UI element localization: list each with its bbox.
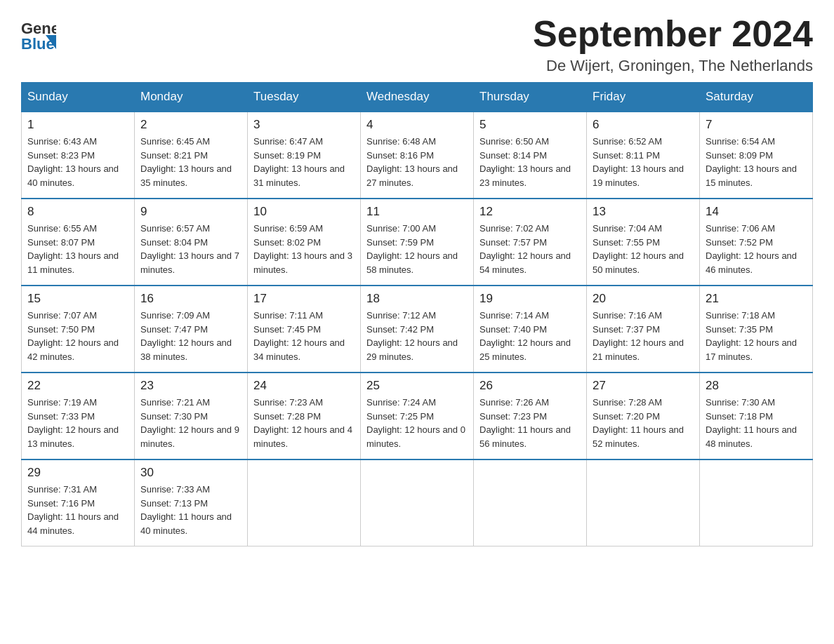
day-number: 18: [366, 292, 468, 306]
calendar-week-row: 22Sunrise: 7:19 AMSunset: 7:33 PMDayligh…: [22, 373, 813, 459]
day-number: 8: [27, 205, 128, 219]
calendar-cell: 25Sunrise: 7:24 AMSunset: 7:25 PMDayligh…: [361, 373, 474, 459]
day-info: Sunrise: 6:52 AMSunset: 8:11 PMDaylight:…: [593, 136, 684, 188]
calendar-cell: 20Sunrise: 7:16 AMSunset: 7:37 PMDayligh…: [587, 286, 700, 373]
svg-text:Blue: Blue: [21, 35, 55, 53]
day-number: 12: [479, 205, 581, 219]
day-number: 20: [593, 292, 694, 306]
day-info: Sunrise: 7:07 AMSunset: 7:50 PMDaylight:…: [27, 310, 119, 362]
day-info: Sunrise: 7:28 AMSunset: 7:20 PMDaylight:…: [593, 397, 684, 449]
calendar-week-row: 8Sunrise: 6:55 AMSunset: 8:07 PMDaylight…: [22, 199, 813, 286]
day-number: 23: [140, 379, 241, 393]
day-number: 5: [479, 118, 581, 132]
day-number: 16: [140, 292, 241, 306]
calendar-cell: 7Sunrise: 6:54 AMSunset: 8:09 PMDaylight…: [700, 112, 813, 199]
day-number: 29: [27, 466, 128, 480]
calendar-cell: 24Sunrise: 7:23 AMSunset: 7:28 PMDayligh…: [248, 373, 361, 459]
day-info: Sunrise: 7:21 AMSunset: 7:30 PMDaylight:…: [140, 397, 239, 449]
calendar-header-row: SundayMondayTuesdayWednesdayThursdayFrid…: [22, 83, 813, 112]
day-info: Sunrise: 6:57 AMSunset: 8:04 PMDaylight:…: [140, 223, 239, 275]
day-info: Sunrise: 7:06 AMSunset: 7:52 PMDaylight:…: [706, 223, 797, 275]
calendar-table: SundayMondayTuesdayWednesdayThursdayFrid…: [21, 82, 813, 546]
day-number: 24: [253, 379, 355, 393]
day-number: 9: [140, 205, 241, 219]
calendar-cell: 12Sunrise: 7:02 AMSunset: 7:57 PMDayligh…: [474, 199, 587, 286]
calendar-cell: 6Sunrise: 6:52 AMSunset: 8:11 PMDaylight…: [587, 112, 700, 199]
weekday-header-monday: Monday: [135, 83, 248, 112]
calendar-week-row: 29Sunrise: 7:31 AMSunset: 7:16 PMDayligh…: [22, 459, 813, 546]
calendar-week-row: 15Sunrise: 7:07 AMSunset: 7:50 PMDayligh…: [22, 286, 813, 373]
day-info: Sunrise: 7:23 AMSunset: 7:28 PMDaylight:…: [253, 397, 352, 449]
day-number: 30: [140, 466, 241, 480]
calendar-cell: 26Sunrise: 7:26 AMSunset: 7:23 PMDayligh…: [474, 373, 587, 459]
day-number: 15: [27, 292, 128, 306]
logo-icon: General Blue: [21, 14, 56, 53]
day-info: Sunrise: 6:48 AMSunset: 8:16 PMDaylight:…: [366, 136, 458, 188]
calendar-cell: 8Sunrise: 6:55 AMSunset: 8:07 PMDaylight…: [22, 199, 135, 286]
day-info: Sunrise: 7:31 AMSunset: 7:16 PMDaylight:…: [27, 484, 119, 536]
day-info: Sunrise: 6:50 AMSunset: 8:14 PMDaylight:…: [479, 136, 571, 188]
day-number: 4: [366, 118, 468, 132]
calendar-week-row: 1Sunrise: 6:43 AMSunset: 8:23 PMDaylight…: [22, 112, 813, 199]
calendar-cell: 1Sunrise: 6:43 AMSunset: 8:23 PMDaylight…: [22, 112, 135, 199]
day-info: Sunrise: 7:26 AMSunset: 7:23 PMDaylight:…: [479, 397, 571, 449]
calendar-cell: 16Sunrise: 7:09 AMSunset: 7:47 PMDayligh…: [135, 286, 248, 373]
calendar-cell: 29Sunrise: 7:31 AMSunset: 7:16 PMDayligh…: [22, 459, 135, 546]
calendar-cell: 14Sunrise: 7:06 AMSunset: 7:52 PMDayligh…: [700, 199, 813, 286]
day-info: Sunrise: 7:24 AMSunset: 7:25 PMDaylight:…: [366, 397, 465, 449]
calendar-cell: 15Sunrise: 7:07 AMSunset: 7:50 PMDayligh…: [22, 286, 135, 373]
day-info: Sunrise: 7:11 AMSunset: 7:45 PMDaylight:…: [253, 310, 345, 362]
calendar-cell: 4Sunrise: 6:48 AMSunset: 8:16 PMDaylight…: [361, 112, 474, 199]
calendar-cell: 9Sunrise: 6:57 AMSunset: 8:04 PMDaylight…: [135, 199, 248, 286]
day-number: 26: [479, 379, 581, 393]
day-info: Sunrise: 6:55 AMSunset: 8:07 PMDaylight:…: [27, 223, 119, 275]
day-info: Sunrise: 7:19 AMSunset: 7:33 PMDaylight:…: [27, 397, 119, 449]
calendar-cell: 19Sunrise: 7:14 AMSunset: 7:40 PMDayligh…: [474, 286, 587, 373]
weekday-header-saturday: Saturday: [700, 83, 813, 112]
day-number: 28: [706, 379, 807, 393]
weekday-header-friday: Friday: [587, 83, 700, 112]
day-info: Sunrise: 6:43 AMSunset: 8:23 PMDaylight:…: [27, 136, 119, 188]
calendar-cell: 22Sunrise: 7:19 AMSunset: 7:33 PMDayligh…: [22, 373, 135, 459]
weekday-header-wednesday: Wednesday: [361, 83, 474, 112]
calendar-cell: 10Sunrise: 6:59 AMSunset: 8:02 PMDayligh…: [248, 199, 361, 286]
day-number: 10: [253, 205, 355, 219]
day-info: Sunrise: 6:45 AMSunset: 8:21 PMDaylight:…: [140, 136, 232, 188]
day-info: Sunrise: 6:47 AMSunset: 8:19 PMDaylight:…: [253, 136, 345, 188]
day-info: Sunrise: 7:04 AMSunset: 7:55 PMDaylight:…: [593, 223, 684, 275]
calendar-cell: 30Sunrise: 7:33 AMSunset: 7:13 PMDayligh…: [135, 459, 248, 546]
calendar-cell: [587, 459, 700, 546]
logo: General Blue: [21, 14, 56, 53]
calendar-cell: 23Sunrise: 7:21 AMSunset: 7:30 PMDayligh…: [135, 373, 248, 459]
day-info: Sunrise: 7:09 AMSunset: 7:47 PMDaylight:…: [140, 310, 232, 362]
day-number: 17: [253, 292, 355, 306]
calendar-cell: 17Sunrise: 7:11 AMSunset: 7:45 PMDayligh…: [248, 286, 361, 373]
day-number: 11: [366, 205, 468, 219]
day-info: Sunrise: 7:33 AMSunset: 7:13 PMDaylight:…: [140, 484, 232, 536]
day-info: Sunrise: 6:54 AMSunset: 8:09 PMDaylight:…: [706, 136, 797, 188]
location-subtitle: De Wijert, Groningen, The Netherlands: [533, 57, 813, 75]
day-info: Sunrise: 7:14 AMSunset: 7:40 PMDaylight:…: [479, 310, 571, 362]
calendar-cell: 13Sunrise: 7:04 AMSunset: 7:55 PMDayligh…: [587, 199, 700, 286]
calendar-cell: 3Sunrise: 6:47 AMSunset: 8:19 PMDaylight…: [248, 112, 361, 199]
page-header: General Blue September 2024 De Wijert, G…: [21, 14, 813, 75]
calendar-cell: 21Sunrise: 7:18 AMSunset: 7:35 PMDayligh…: [700, 286, 813, 373]
day-number: 6: [593, 118, 694, 132]
day-number: 7: [706, 118, 807, 132]
day-number: 2: [140, 118, 241, 132]
day-number: 27: [593, 379, 694, 393]
calendar-cell: 11Sunrise: 7:00 AMSunset: 7:59 PMDayligh…: [361, 199, 474, 286]
calendar-cell: [700, 459, 813, 546]
day-info: Sunrise: 7:00 AMSunset: 7:59 PMDaylight:…: [366, 223, 458, 275]
calendar-cell: 2Sunrise: 6:45 AMSunset: 8:21 PMDaylight…: [135, 112, 248, 199]
calendar-cell: [248, 459, 361, 546]
day-number: 19: [479, 292, 581, 306]
title-area: September 2024 De Wijert, Groningen, The…: [533, 14, 813, 75]
weekday-header-sunday: Sunday: [22, 83, 135, 112]
month-title: September 2024: [533, 14, 813, 54]
day-number: 1: [27, 118, 128, 132]
day-number: 3: [253, 118, 355, 132]
calendar-cell: 18Sunrise: 7:12 AMSunset: 7:42 PMDayligh…: [361, 286, 474, 373]
day-info: Sunrise: 7:16 AMSunset: 7:37 PMDaylight:…: [593, 310, 684, 362]
weekday-header-thursday: Thursday: [474, 83, 587, 112]
